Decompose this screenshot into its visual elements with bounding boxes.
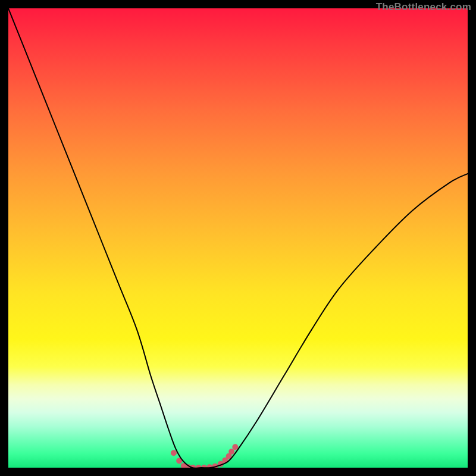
marker-dot: [171, 450, 177, 456]
marker-dot: [232, 444, 238, 450]
chart-svg: [8, 8, 468, 468]
bottom-markers: [171, 444, 238, 468]
chart-frame: TheBottleneck.com: [0, 0, 476, 476]
plot-area: [8, 8, 468, 468]
bottleneck-curve: [8, 8, 468, 468]
watermark-text: TheBottleneck.com: [376, 1, 471, 13]
